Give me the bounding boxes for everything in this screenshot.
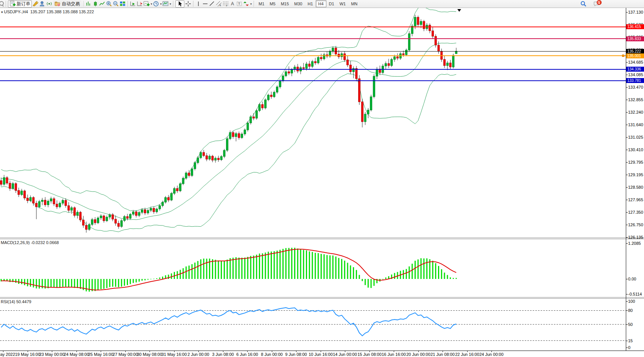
time-label: 25 May 16:00 xyxy=(88,352,114,357)
time-label: 24 May 08:00 xyxy=(64,352,89,357)
macd-histogram-bar xyxy=(415,261,416,279)
line-endpoint-handle[interactable] xyxy=(622,55,624,57)
chevron-down-icon[interactable]: ▾ xyxy=(170,2,171,6)
candle-body xyxy=(9,183,11,188)
axis-tick xyxy=(626,12,628,13)
axis-tick xyxy=(626,301,628,302)
macd-histogram-bar xyxy=(142,279,143,281)
candle-body xyxy=(432,31,434,36)
candle-body xyxy=(129,214,131,218)
candle-body xyxy=(62,200,64,204)
candle-body xyxy=(256,111,257,118)
candle-body xyxy=(444,60,446,66)
templates-icon[interactable] xyxy=(162,1,168,7)
macd-histogram-bar xyxy=(212,259,213,279)
timeframe-H1[interactable]: H1 xyxy=(305,0,315,7)
candle-body xyxy=(402,54,404,55)
candle-body xyxy=(276,87,278,92)
channel-icon[interactable]: E xyxy=(216,1,222,7)
macd-tick-label: -0.5114 xyxy=(628,292,642,296)
candle-body xyxy=(135,212,137,216)
autotrading-button[interactable]: 自动交易 xyxy=(53,0,81,8)
line-chart-icon[interactable] xyxy=(99,1,105,7)
chisel-icon[interactable] xyxy=(33,1,39,7)
candle-body xyxy=(391,60,393,66)
chart-shift-icon[interactable] xyxy=(137,1,143,7)
zoom-out-icon[interactable] xyxy=(113,1,119,7)
periods-icon[interactable] xyxy=(153,1,159,7)
timeframe-W1[interactable]: W1 xyxy=(337,0,349,7)
candlestick-chart-icon[interactable] xyxy=(92,1,98,7)
candle-body xyxy=(126,216,128,218)
candle-body xyxy=(411,26,413,34)
chevron-down-icon[interactable]: ▾ xyxy=(250,2,252,6)
trendline-icon[interactable] xyxy=(209,1,215,7)
text-label-icon[interactable]: T xyxy=(236,1,242,7)
chevron-down-icon[interactable]: ▾ xyxy=(160,2,162,6)
candle-body xyxy=(335,48,337,54)
time-label: 18 May 2022 xyxy=(0,352,15,357)
price-tick-label: 131.640 xyxy=(628,123,643,127)
toolbar: 新订单 自动交易 ▾ ▾ xyxy=(0,0,644,8)
rsi-tick-label: 100 xyxy=(628,299,635,304)
cursor-button[interactable] xyxy=(175,0,184,8)
profile-icon[interactable] xyxy=(39,1,45,7)
text-icon[interactable]: A xyxy=(229,1,235,7)
candle-body xyxy=(455,51,457,54)
chart-shift-marker[interactable] xyxy=(457,9,461,12)
macd-histogram-bar xyxy=(221,261,222,279)
macd-histogram-bar xyxy=(186,266,187,279)
candle-body xyxy=(356,69,357,79)
timeframe-M30[interactable]: M30 xyxy=(292,0,305,7)
crosshair-icon[interactable] xyxy=(185,1,191,7)
horizontal-line-icon[interactable] xyxy=(202,1,208,7)
vertical-line-icon[interactable] xyxy=(195,1,201,7)
signals-icon[interactable] xyxy=(46,1,52,7)
new-order-button[interactable]: 新订单 xyxy=(8,0,32,8)
chevron-down-icon[interactable]: ▾ xyxy=(151,2,152,6)
candle-body xyxy=(53,199,55,204)
timeframe-M15[interactable]: M15 xyxy=(278,0,292,7)
candle-body xyxy=(320,57,322,59)
macd-histogram-bar xyxy=(235,257,237,279)
time-axis[interactable]: 18 May 2022 19 May 16:00 23 May 00:00 24… xyxy=(0,351,644,357)
macd-histogram-bar xyxy=(65,279,66,287)
timeframe-H4[interactable]: H4 xyxy=(316,0,326,7)
price-chart-canvas[interactable] xyxy=(0,8,626,238)
candle-body xyxy=(6,178,8,183)
macd-histogram-bar xyxy=(133,279,134,283)
macd-canvas[interactable] xyxy=(0,239,626,297)
timeframe-M1[interactable]: M1 xyxy=(256,0,267,7)
macd-histogram-bar xyxy=(318,253,319,279)
timeframe-M5[interactable]: M5 xyxy=(267,0,278,7)
search-icon[interactable] xyxy=(580,1,586,7)
fibonacci-icon[interactable]: F xyxy=(223,1,229,7)
notification-badge[interactable]: 1 xyxy=(597,0,602,5)
timeframe-MN[interactable]: MN xyxy=(348,0,360,7)
candle-body xyxy=(376,69,378,76)
candle-body xyxy=(144,210,146,213)
auto-scroll-icon[interactable] xyxy=(130,1,136,7)
macd-histogram-bar xyxy=(356,270,357,279)
macd-histogram-bar xyxy=(268,252,269,279)
macd-histogram-bar xyxy=(300,249,301,279)
clipped-icon[interactable] xyxy=(0,1,4,7)
tile-windows-icon[interactable] xyxy=(120,1,126,7)
macd-histogram-bar xyxy=(359,275,360,279)
zoom-in-icon[interactable] xyxy=(106,1,112,7)
candle-body xyxy=(27,198,28,201)
macd-histogram-bar xyxy=(103,279,104,289)
toolbar-separator xyxy=(193,1,193,7)
axis-tick xyxy=(626,87,628,88)
rsi-tick-label: 0 xyxy=(628,346,630,350)
bar-chart-icon[interactable] xyxy=(86,1,92,7)
macd-tick-label: 0.00 xyxy=(628,277,636,281)
arrows-icon[interactable] xyxy=(243,1,249,7)
macd-histogram-bar xyxy=(189,266,190,279)
macd-histogram-bar xyxy=(382,279,384,279)
new-chart-icon[interactable] xyxy=(143,1,150,7)
rsi-canvas[interactable] xyxy=(0,299,626,351)
timeframe-D1[interactable]: D1 xyxy=(326,0,337,7)
cursor-icon xyxy=(177,1,183,7)
price-tick-label: 133.470 xyxy=(628,85,643,89)
